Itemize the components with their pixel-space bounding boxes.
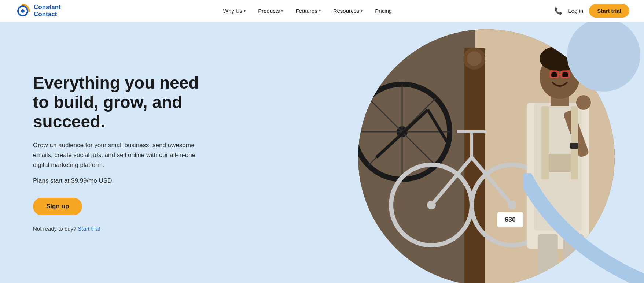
not-ready-text: Not ready to buy? Start trial (33, 226, 205, 232)
hero-content: Everything you need to build, grow, and … (0, 44, 235, 261)
chevron-down-icon: ▾ (281, 9, 283, 13)
svg-point-2 (21, 9, 25, 13)
nav-features[interactable]: Features ▾ (290, 5, 325, 17)
chevron-down-icon: ▾ (244, 9, 246, 13)
svg-rect-43 (570, 143, 578, 149)
chevron-down-icon: ▾ (361, 9, 363, 13)
hero-image-area: 630 (245, 22, 644, 283)
phone-icon[interactable]: 📞 (554, 7, 562, 15)
brand-name: Constant Contact (34, 4, 61, 18)
start-trial-link[interactable]: Start trial (78, 226, 100, 232)
nav-pricing[interactable]: Pricing (370, 5, 397, 17)
main-nav: Why Us ▾ Products ▾ Features ▾ Resources… (218, 5, 397, 17)
svg-point-39 (576, 95, 591, 110)
svg-point-9 (467, 51, 482, 66)
signup-button[interactable]: Sign up (33, 198, 82, 215)
svg-rect-40 (541, 106, 549, 179)
logo-icon (15, 3, 31, 19)
start-trial-button[interactable]: Start trial (589, 4, 629, 18)
svg-rect-42 (549, 154, 571, 172)
login-link[interactable]: Log in (568, 8, 583, 14)
hero-title: Everything you need to build, grow, and … (33, 73, 205, 131)
navbar-right: 📞 Log in Start trial (554, 4, 629, 18)
deco-circle-top-right (567, 22, 640, 92)
svg-text:630: 630 (505, 216, 516, 223)
hero-pricing: Plans start at $9.99/mo USD. (33, 177, 205, 185)
chevron-down-icon: ▾ (319, 9, 321, 13)
hero-description: Grow an audience for your small business… (33, 140, 205, 170)
logo[interactable]: Constant Contact (15, 3, 61, 19)
hero-section: Everything you need to build, grow, and … (0, 22, 644, 283)
nav-why-us[interactable]: Why Us ▾ (218, 5, 251, 17)
deco-arc-bottom-right (523, 173, 644, 283)
nav-resources[interactable]: Resources ▾ (328, 5, 368, 17)
navbar: Constant Contact Why Us ▾ Products ▾ Fea… (0, 0, 644, 22)
nav-products[interactable]: Products ▾ (253, 5, 288, 17)
